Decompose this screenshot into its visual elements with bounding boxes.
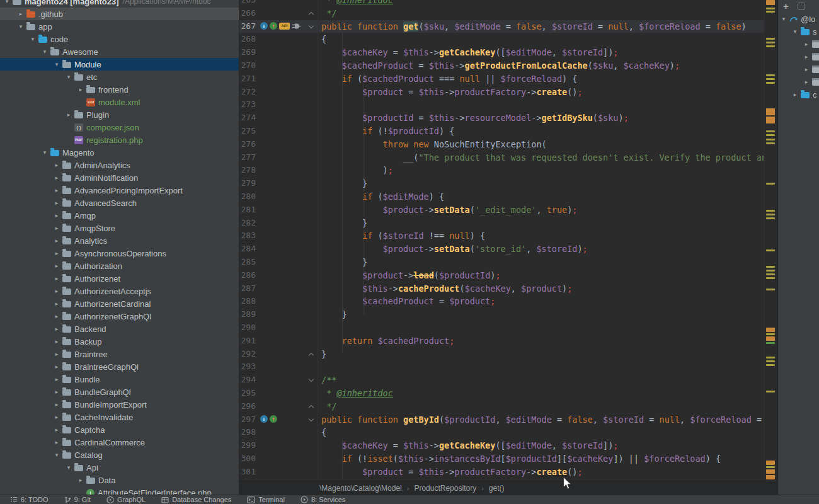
statusbar-item-terminal[interactable]: Terminal: [247, 496, 285, 503]
code-line-277[interactable]: 277 __("The product that was requested d…: [239, 151, 777, 164]
code-line-281[interactable]: 281 $product->setData('_edit_mode', true…: [239, 203, 777, 217]
stripe-mark[interactable]: [766, 183, 775, 185]
tree-item-authorizenetcardinal[interactable]: ▸AuthorizenetCardinal: [0, 297, 239, 310]
stripe-mark[interactable]: [766, 328, 775, 332]
code-line-279[interactable]: 279 }: [239, 177, 777, 190]
chevron-right-icon[interactable]: ▸: [53, 238, 60, 244]
code-line-267[interactable]: 267↓↑APIpublic function get($sku, $editM…: [239, 20, 777, 33]
code-line-295[interactable]: 295 * @inheritdoc: [239, 387, 777, 400]
fold-marker-icon[interactable]: [309, 405, 314, 410]
stripe-mark[interactable]: [766, 139, 775, 140]
stripe-mark[interactable]: [766, 108, 775, 115]
tree-item-awesome[interactable]: ▾Awesome: [0, 45, 239, 58]
add-icon[interactable]: +: [783, 1, 789, 11]
chevron-right-icon[interactable]: ▸: [791, 91, 799, 98]
chevron-right-icon[interactable]: ▸: [53, 326, 60, 332]
tree-item-authorization[interactable]: ▸Authorization: [0, 260, 239, 272]
chevron-right-icon[interactable]: ▸: [53, 250, 60, 256]
tree-item-braintreegraphql[interactable]: ▸BraintreeGraphQl: [0, 360, 239, 373]
tree-item-cacheinvalidate[interactable]: ▸CacheInvalidate: [0, 411, 239, 423]
stripe-mark[interactable]: [766, 273, 775, 275]
chevron-right-icon[interactable]: ▸: [53, 212, 60, 219]
stripe-mark[interactable]: [766, 74, 775, 76]
tree-item-bundleimportexport[interactable]: ▸BundleImportExport: [0, 398, 239, 411]
chevron-down-icon[interactable]: ▾: [791, 28, 799, 35]
chevron-down-icon[interactable]: ▾: [65, 464, 72, 471]
statusbar-item-graphql[interactable]: GraphQL: [106, 496, 146, 503]
stripe-mark[interactable]: [766, 336, 775, 341]
code-line-290[interactable]: 290: [239, 321, 777, 335]
chevron-down-icon[interactable]: ▾: [17, 23, 25, 30]
stripe-mark[interactable]: [766, 270, 775, 272]
chevron-right-icon[interactable]: ▸: [77, 477, 84, 483]
tree-item-advancedsearch[interactable]: ▸AdvancedSearch: [0, 197, 239, 209]
statusbar-item-9-git[interactable]: 9: Git: [64, 496, 91, 503]
code-line-275[interactable]: 275 if (!$productId) {: [239, 125, 777, 138]
chevron-right-icon[interactable]: ▸: [53, 162, 60, 168]
code-line-269[interactable]: 269 $cacheKey = $this->getCacheKey([$edi…: [239, 46, 777, 59]
stripe-mark[interactable]: [766, 266, 775, 268]
chevron-right-icon[interactable]: ▸: [53, 200, 60, 206]
code-line-270[interactable]: 270 $cachedProduct = $this->getProductFr…: [239, 59, 777, 72]
code-line-296[interactable]: 296 */: [239, 400, 777, 413]
code-line-265[interactable]: 265 * @inheritdoc: [239, 0, 777, 7]
tree-item-backup[interactable]: ▸Backup: [0, 335, 239, 348]
fold-marker-icon[interactable]: [309, 352, 314, 357]
dependency-item[interactable]: ▸: [803, 50, 819, 63]
stripe-mark[interactable]: [766, 42, 775, 43]
tree-item-data[interactable]: ▸Data: [0, 474, 239, 486]
chevron-right-icon[interactable]: ▸: [53, 225, 60, 231]
chevron-right-icon[interactable]: ▸: [53, 351, 60, 357]
tree-item-catalog[interactable]: ▾Catalog: [0, 449, 239, 461]
chevron-right-icon[interactable]: ▸: [53, 263, 60, 269]
breadcrumb-item-magento-catalog-model[interactable]: \Magento\Catalog\Model: [319, 484, 402, 493]
chevron-right-icon[interactable]: ▸: [803, 41, 810, 47]
stripe-mark[interactable]: [766, 289, 775, 290]
stripe-mark[interactable]: [766, 277, 775, 279]
fold-marker-icon[interactable]: [309, 23, 314, 28]
error-stripe-scrollbar[interactable]: [764, 0, 777, 481]
stripe-mark[interactable]: [766, 117, 775, 123]
code-line-274[interactable]: 274 $productId = $this->resourceModel->g…: [239, 112, 777, 125]
code-line-299[interactable]: 299 $cacheKey = $this->getCacheKey([$edi…: [239, 439, 777, 452]
code-line-276[interactable]: 276 throw new NoSuchEntityException(: [239, 138, 777, 151]
tree-item-github[interactable]: ▸.github: [0, 8, 239, 20]
tree-item-attributesetfinderinterface-php[interactable]: IAttributeSetFinderInterface.php: [0, 486, 239, 495]
tree-item-amqpstore[interactable]: ▸AmqpStore: [0, 222, 239, 234]
chevron-right-icon[interactable]: ▸: [803, 54, 810, 60]
tree-item-module[interactable]: ▾Module: [0, 58, 239, 71]
stripe-mark[interactable]: [766, 217, 775, 219]
tree-item-adminnotification[interactable]: ▸AdminNotification: [0, 171, 239, 184]
stripe-mark[interactable]: [766, 461, 775, 465]
tree-item-amqp[interactable]: ▸Amqp: [0, 209, 239, 222]
stripe-mark[interactable]: [766, 45, 775, 47]
stripe-mark[interactable]: [766, 475, 775, 479]
code-editor[interactable]: 265 * @inheritdoc266 */267↓↑APIpublic fu…: [239, 0, 777, 481]
chevron-right-icon[interactable]: ▸: [53, 301, 60, 307]
chevron-down-icon[interactable]: ▾: [780, 16, 788, 22]
code-line-297[interactable]: 297↓↑public function getById($productId,…: [239, 413, 777, 427]
stripe-mark[interactable]: [766, 82, 775, 84]
code-line-282[interactable]: 282 }: [239, 217, 777, 230]
code-line-283[interactable]: 283 if ($storeId !== null) {: [239, 229, 777, 243]
code-line-300[interactable]: 300 if (!isset($this->instancesById[$pro…: [239, 452, 777, 466]
tree-item-bundle[interactable]: ▸Bundle: [0, 373, 239, 386]
stripe-mark[interactable]: [766, 11, 775, 13]
chevron-right-icon[interactable]: ▸: [53, 364, 60, 370]
stripe-mark[interactable]: [766, 0, 775, 5]
chevron-down-icon[interactable]: ▾: [3, 0, 11, 4]
stripe-mark[interactable]: [766, 342, 775, 344]
override-gutter-icon[interactable]: ↓: [260, 415, 268, 423]
code-line-291[interactable]: 291 return $cachedProduct;: [239, 335, 777, 348]
tree-item-asynchronousoperations[interactable]: ▸AsynchronousOperations: [0, 247, 239, 260]
collapse-all-icon[interactable]: [798, 3, 805, 10]
chevron-right-icon[interactable]: ▸: [53, 175, 60, 181]
stripe-mark[interactable]: [766, 391, 775, 392]
stripe-mark[interactable]: [766, 333, 775, 335]
chevron-down-icon[interactable]: ▾: [53, 452, 60, 458]
stripe-mark[interactable]: [766, 130, 775, 132]
chevron-down-icon[interactable]: ▾: [53, 61, 60, 67]
tree-item-advancedpricingimportexport[interactable]: ▸AdvancedPricingImportExport: [0, 184, 239, 197]
chevron-right-icon[interactable]: ▸: [53, 338, 60, 345]
code-line-293[interactable]: 293: [239, 360, 777, 374]
